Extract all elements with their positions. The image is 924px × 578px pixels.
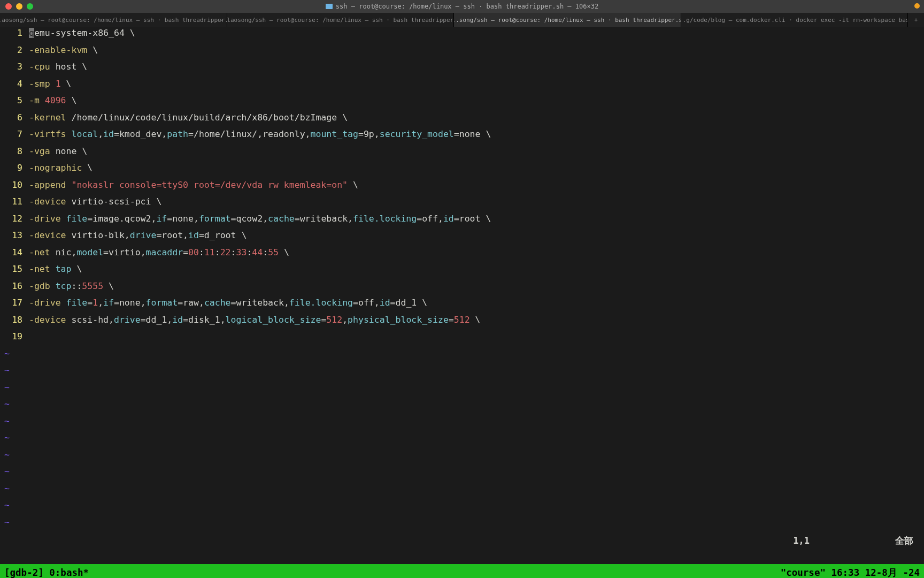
code-content: -append "nokaslr console=ttyS0 root=/dev…: [29, 180, 924, 190]
tmux-status-right: "course" 16:33 12-8月 -24: [781, 566, 920, 578]
line-number: 1: [0, 28, 29, 38]
code-line: 5-m 4096 \: [0, 95, 924, 112]
empty-line-tilde: ~: [0, 348, 924, 366]
code-content: -net tap \: [29, 264, 924, 274]
code-line: 19: [0, 331, 924, 348]
tab-label: ...aosong/ssh — root@course: /home/linux…: [0, 17, 227, 24]
tab-label: ...song/ssh — root@course: /home/linux —…: [454, 17, 681, 24]
code-content: -virtfs local,id=kmod_dev,path=/home/lin…: [29, 129, 924, 139]
code-line: 7-virtfs local,id=kmod_dev,path=/home/li…: [0, 129, 924, 146]
line-number: 11: [0, 196, 29, 207]
code-content: -m 4096 \: [29, 95, 924, 105]
code-line: 9-nographic \: [0, 163, 924, 180]
line-number: 2: [0, 45, 29, 55]
line-number: 18: [0, 315, 29, 325]
tab-bar: ...aosong/ssh — root@course: /home/linux…: [0, 13, 924, 27]
code-content: -cpu host \: [29, 62, 924, 72]
empty-line-tilde: ~: [0, 416, 924, 433]
code-content: -gdb tcp::5555 \: [29, 281, 924, 291]
tab-2[interactable]: ...song/ssh — root@course: /home/linux —…: [454, 13, 681, 27]
tab-3[interactable]: ...g/code/blog — com.docker.cli · docker…: [681, 13, 908, 27]
empty-line-tilde: ~: [0, 517, 924, 534]
code-line: 4-smp 1 \: [0, 79, 924, 96]
empty-line-tilde: ~: [0, 466, 924, 483]
tab-label: ...laosong/ssh — root@course: /home/linu…: [227, 17, 455, 24]
window-title: ssh — root@course: /home/linux — ssh · b…: [0, 3, 924, 10]
code-line: 8-vga none \: [0, 146, 924, 163]
line-number: 17: [0, 298, 29, 308]
tab-overflow-icon: ⋯: [220, 17, 224, 24]
cursor-position: 1,1: [793, 535, 810, 546]
code-content: qemu-system-x86_64 \: [29, 28, 924, 38]
window-titlebar: ssh — root@course: /home/linux — ssh · b…: [0, 0, 924, 13]
line-number: 4: [0, 79, 29, 89]
empty-line-tilde: ~: [0, 500, 924, 517]
code-line: 1qemu-system-x86_64 \: [0, 28, 924, 45]
code-line: 10-append "nokaslr console=ttyS0 root=/d…: [0, 180, 924, 197]
tab-0[interactable]: ...aosong/ssh — root@course: /home/linux…: [0, 13, 227, 27]
line-number: 10: [0, 180, 29, 190]
tmux-status-bar[interactable]: [gdb-2] 0:bash* "course" 16:33 12-8月 -24: [0, 564, 924, 578]
line-number: 6: [0, 112, 29, 123]
tab-1[interactable]: ...laosong/ssh — root@course: /home/linu…: [227, 13, 455, 27]
line-number: 12: [0, 214, 29, 224]
code-content: -enable-kvm \: [29, 45, 924, 55]
code-line: 16-gdb tcp::5555 \: [0, 281, 924, 298]
code-content: -vga none \: [29, 146, 924, 156]
vim-ruler: 1,1 全部: [0, 534, 924, 547]
code-content: -device scsi-hd,drive=dd_1,id=disk_1,log…: [29, 315, 924, 325]
code-line: 12-drive file=image.qcow2,if=none,format…: [0, 214, 924, 231]
empty-line-tilde: ~: [0, 399, 924, 416]
tab-label: ...g/code/blog — com.docker.cli · docker…: [681, 17, 908, 24]
tab-add-button[interactable]: +: [908, 13, 924, 27]
line-number: 16: [0, 281, 29, 291]
line-number: 5: [0, 95, 29, 105]
code-line: 13-device virtio-blk,drive=root,id=d_roo…: [0, 230, 924, 247]
scroll-percentage: 全部: [895, 535, 913, 547]
line-number: 9: [0, 163, 29, 173]
empty-line-tilde: ~: [0, 432, 924, 450]
code-content: -device virtio-scsi-pci \: [29, 196, 924, 207]
line-number: 8: [0, 146, 29, 156]
line-number: 7: [0, 129, 29, 139]
line-number: 14: [0, 247, 29, 257]
code-line: 15-net tap \: [0, 264, 924, 281]
code-content: -smp 1 \: [29, 79, 924, 89]
empty-line-tilde: ~: [0, 382, 924, 399]
code-line: 3-cpu host \: [0, 62, 924, 79]
empty-line-tilde: ~: [0, 483, 924, 500]
code-line: 14-net nic,model=virtio,macaddr=00:11:22…: [0, 247, 924, 264]
line-number: 13: [0, 230, 29, 240]
folder-icon: [326, 4, 333, 9]
line-number: 15: [0, 264, 29, 274]
empty-line-tilde: ~: [0, 450, 924, 467]
code-content: -nographic \: [29, 163, 924, 173]
code-content: -drive file=image.qcow2,if=none,format=q…: [29, 214, 924, 224]
empty-line-tilde: ~: [0, 365, 924, 382]
plus-icon: +: [914, 17, 918, 24]
tmux-status-left: [gdb-2] 0:bash*: [4, 567, 781, 578]
code-line: 2-enable-kvm \: [0, 45, 924, 62]
line-number: 3: [0, 62, 29, 72]
fullscreen-indicator-icon: [914, 3, 920, 9]
editor-viewport[interactable]: 1qemu-system-x86_64 \2-enable-kvm \3-cpu…: [0, 27, 924, 564]
code-line: 11-device virtio-scsi-pci \: [0, 196, 924, 214]
code-content: -drive file=1,if=none,format=raw,cache=w…: [29, 298, 924, 308]
window-title-text: ssh — root@course: /home/linux — ssh · b…: [336, 3, 598, 10]
line-number: 19: [0, 331, 29, 341]
code-content: -net nic,model=virtio,macaddr=00:11:22:3…: [29, 247, 924, 257]
code-line: 6-kernel /home/linux/code/linux/build/ar…: [0, 112, 924, 130]
code-line: 18-device scsi-hd,drive=dd_1,id=disk_1,l…: [0, 315, 924, 332]
code-content: -device virtio-blk,drive=root,id=d_root …: [29, 230, 924, 240]
code-content: -kernel /home/linux/code/linux/build/arc…: [29, 112, 924, 123]
code-line: 17-drive file=1,if=none,format=raw,cache…: [0, 298, 924, 315]
